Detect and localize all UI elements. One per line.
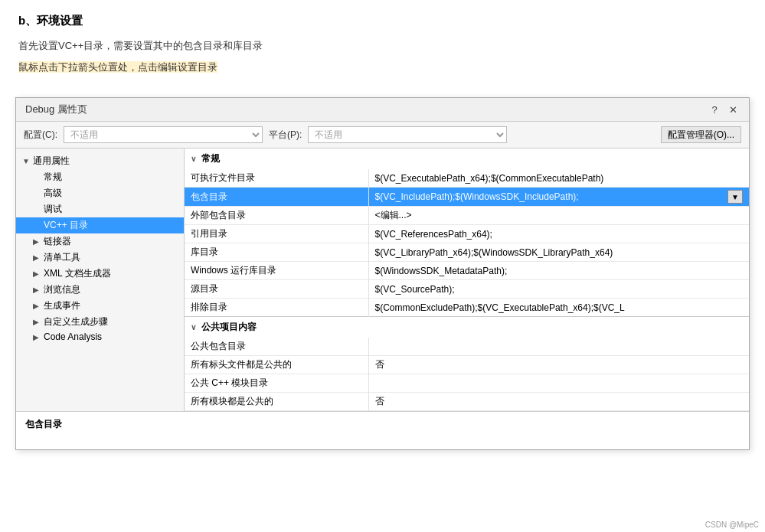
- prop-name-external-include: 外部包含目录: [185, 207, 368, 225]
- include-dropdown-btn[interactable]: ▼: [727, 190, 743, 204]
- tree-item-0-icon: [33, 173, 44, 181]
- platform-select[interactable]: 不适用: [308, 126, 507, 143]
- tree-item-2-label: 调试: [44, 203, 62, 216]
- tree-item-6[interactable]: ▶ XML 文档生成器: [16, 266, 184, 282]
- tree-root[interactable]: ▼ 通用属性: [16, 153, 184, 169]
- tree-item-3-icon: [33, 221, 44, 230]
- prop-name-include: 包含目录: [185, 188, 368, 207]
- prop-row-public-include[interactable]: 公共包含目录: [185, 338, 749, 356]
- help-button[interactable]: ?: [708, 103, 721, 116]
- prop-value-exclude: $(CommonExcludePath);$(VC_ExecutablePath…: [368, 299, 749, 317]
- config-select[interactable]: 不适用: [64, 126, 263, 143]
- page-wrapper: b、环境设置 首先设置VC++目录，需要设置其中的包含目录和库目录 鼠标点击下拉…: [0, 0, 765, 532]
- tree-item-6-label: XML 文档生成器: [44, 267, 111, 280]
- prop-row-executable[interactable]: 可执行文件目录 $(VC_ExecutablePath_x64);$(Commo…: [185, 169, 749, 188]
- prop-row-winlib[interactable]: Windows 运行库目录 $(WindowsSDK_MetadataPath)…: [185, 262, 749, 280]
- config-bar: 配置(C): 不适用 平台(P): 不适用 配置管理器(O)...: [16, 122, 749, 149]
- tree-item-9-icon: ▶: [33, 318, 44, 326]
- tree-item-5[interactable]: ▶ 清单工具: [16, 250, 184, 266]
- include-cell-content: $(VC_IncludePath);$(WindowsSDK_IncludePa…: [375, 190, 744, 204]
- tree-item-4-label: 链接器: [44, 235, 71, 248]
- tree-item-2-icon: [33, 205, 44, 214]
- prop-row-lib[interactable]: 库目录 $(VC_LibraryPath_x64);$(WindowsSDK_L…: [185, 243, 749, 262]
- tree-item-3-label: VC++ 目录: [44, 219, 88, 232]
- prop-value-source: $(VC_SourcePath);: [368, 280, 749, 299]
- tree-item-7[interactable]: ▶ 浏览信息: [16, 282, 184, 298]
- tree-item-10-label: Code Analysis: [44, 331, 102, 342]
- blog-paragraph1: 首先设置VC++目录，需要设置其中的包含目录和库目录: [18, 38, 747, 54]
- tree-root-label: 通用属性: [33, 155, 70, 168]
- prop-value-reference: $(VC_ReferencesPath_x64);: [368, 225, 749, 243]
- section-collapse-public-icon: ∨: [191, 323, 196, 331]
- tree-item-5-label: 清单工具: [44, 251, 80, 264]
- tree-item-10[interactable]: ▶ Code Analysis: [16, 330, 184, 344]
- watermark: CSDN @MipeC: [705, 521, 759, 529]
- tree-item-4[interactable]: ▶ 链接器: [16, 233, 184, 250]
- prop-row-exclude[interactable]: 排除目录 $(CommonExcludePath);$(VC_Executabl…: [185, 299, 749, 317]
- props-table: ∨ 常规 可执行文件目录 $(VC_ExecutablePath_x64);$(…: [185, 149, 749, 411]
- tree-item-0[interactable]: 常规: [16, 169, 184, 185]
- dialog-body: ▼ 通用属性 常规 高级: [16, 149, 749, 411]
- prop-value-all-headers-public: 否: [368, 356, 749, 374]
- tree-item-1-label: 高级: [44, 187, 62, 200]
- platform-label: 平台(P):: [269, 129, 302, 142]
- close-button[interactable]: ✕: [726, 103, 740, 116]
- section-header-public: ∨ 公共项目内容: [185, 317, 749, 338]
- section-collapse-icon: ∨: [191, 155, 196, 163]
- prop-value-cpp-module: [368, 374, 749, 393]
- prop-name-all-modules-public: 所有模块都是公共的: [185, 393, 368, 411]
- blog-title: b、环境设置: [18, 14, 747, 28]
- section-header-general: ∨ 常规: [185, 149, 749, 169]
- prop-value-public-include: [368, 338, 749, 356]
- prop-row-include[interactable]: 包含目录 $(VC_IncludePath);$(WindowsSDK_Incl…: [185, 188, 749, 207]
- tree-item-3[interactable]: VC++ 目录: [16, 217, 184, 233]
- external-cell-content: <编辑...>: [375, 209, 744, 222]
- prop-value-all-modules-public: 否: [368, 393, 749, 411]
- props-panel: ∨ 常规 可执行文件目录 $(VC_ExecutablePath_x64);$(…: [185, 149, 749, 411]
- section-label-general: 常规: [201, 153, 220, 164]
- prop-name-cpp-module: 公共 C++ 模块目录: [185, 374, 368, 393]
- prop-row-reference[interactable]: 引用目录 $(VC_ReferencesPath_x64);: [185, 225, 749, 243]
- blog-content: b、环境设置 首先设置VC++目录，需要设置其中的包含目录和库目录 鼠标点击下拉…: [0, 0, 765, 90]
- blog-paragraph2: 鼠标点击下拉箭头位置处，点击编辑设置目录: [18, 59, 747, 76]
- blog-paragraph2-text: 鼠标点击下拉箭头位置处，点击编辑设置目录: [18, 61, 217, 73]
- manage-config-button[interactable]: 配置管理器(O)...: [661, 126, 741, 143]
- dialog-title: Debug 属性页: [25, 103, 87, 116]
- tree-item-9[interactable]: ▶ 自定义生成步骤: [16, 314, 184, 330]
- tree-item-1[interactable]: 高级: [16, 185, 184, 201]
- tree-item-8[interactable]: ▶ 生成事件: [16, 298, 184, 314]
- bottom-panel: 包含目录: [16, 411, 749, 449]
- tree-item-1-icon: [33, 189, 44, 197]
- prop-value-winlib: $(WindowsSDK_MetadataPath);: [368, 262, 749, 280]
- tree-item-7-icon: ▶: [33, 286, 44, 294]
- prop-row-all-headers-public[interactable]: 所有标头文件都是公共的 否: [185, 356, 749, 374]
- prop-name-lib: 库目录: [185, 243, 368, 262]
- prop-name-exclude: 排除目录: [185, 299, 368, 317]
- prop-row-all-modules-public[interactable]: 所有模块都是公共的 否: [185, 393, 749, 411]
- tree-item-4-icon: ▶: [33, 237, 44, 246]
- dialog-container: Debug 属性页 ? ✕ 配置(C): 不适用 平台(P): 不适用 配置管理…: [15, 97, 750, 450]
- tree-item-10-icon: ▶: [33, 333, 44, 341]
- tree-item-5-icon: ▶: [33, 253, 44, 262]
- tree-item-0-label: 常规: [44, 171, 62, 184]
- section-label-public: 公共项目内容: [201, 321, 257, 332]
- prop-row-cpp-module[interactable]: 公共 C++ 模块目录: [185, 374, 749, 393]
- prop-value-executable: $(VC_ExecutablePath_x64);$(CommonExecuta…: [368, 169, 749, 188]
- prop-name-all-headers-public: 所有标头文件都是公共的: [185, 356, 368, 374]
- prop-row-external-include[interactable]: 外部包含目录 <编辑...>: [185, 207, 749, 225]
- tree-item-6-icon: ▶: [33, 269, 44, 278]
- include-value-text: $(VC_IncludePath);$(WindowsSDK_IncludePa…: [375, 191, 728, 202]
- prop-name-winlib: Windows 运行库目录: [185, 262, 368, 280]
- prop-row-source[interactable]: 源目录 $(VC_SourcePath);: [185, 280, 749, 299]
- prop-name-source: 源目录: [185, 280, 368, 299]
- tree-item-8-icon: ▶: [33, 302, 44, 310]
- config-label: 配置(C):: [24, 129, 57, 142]
- tree-item-9-label: 自定义生成步骤: [44, 315, 108, 328]
- tree-item-7-label: 浏览信息: [44, 283, 80, 296]
- dialog-titlebar: Debug 属性页 ? ✕: [16, 98, 749, 122]
- tree-item-2[interactable]: 调试: [16, 201, 184, 217]
- tree-item-8-label: 生成事件: [44, 299, 80, 312]
- prop-name-reference: 引用目录: [185, 225, 368, 243]
- dialog-title-buttons: ? ✕: [708, 103, 740, 116]
- prop-value-include: $(VC_IncludePath);$(WindowsSDK_IncludePa…: [368, 188, 749, 207]
